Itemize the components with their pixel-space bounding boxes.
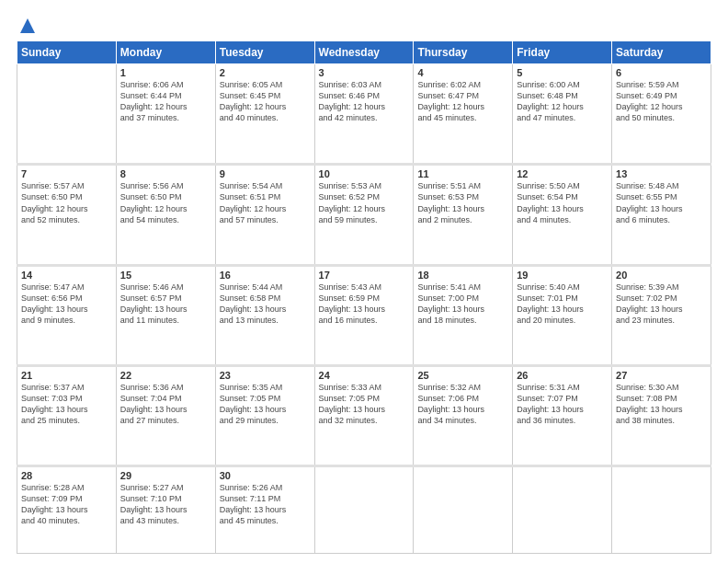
week-row-2: 7Sunrise: 5:57 AM Sunset: 6:50 PM Daylig… <box>17 165 711 265</box>
calendar-cell: 17Sunrise: 5:43 AM Sunset: 6:59 PM Dayli… <box>314 265 414 365</box>
week-row-4: 21Sunrise: 5:37 AM Sunset: 7:03 PM Dayli… <box>17 365 711 465</box>
day-number: 7 <box>21 168 112 179</box>
weekday-monday: Monday <box>116 41 215 64</box>
day-info: Sunrise: 5:27 AM Sunset: 7:10 PM Dayligh… <box>120 482 211 527</box>
day-number: 20 <box>616 270 707 281</box>
day-info: Sunrise: 5:33 AM Sunset: 7:05 PM Dayligh… <box>319 382 410 427</box>
day-number: 18 <box>417 270 508 281</box>
day-info: Sunrise: 5:43 AM Sunset: 6:59 PM Dayligh… <box>319 282 410 327</box>
weekday-friday: Friday <box>513 41 612 64</box>
calendar-cell <box>314 466 414 554</box>
calendar-cell: 23Sunrise: 5:35 AM Sunset: 7:05 PM Dayli… <box>215 365 314 465</box>
day-number: 30 <box>220 470 311 481</box>
weekday-saturday: Saturday <box>612 41 711 64</box>
day-info: Sunrise: 5:51 AM Sunset: 6:53 PM Dayligh… <box>417 180 508 225</box>
day-number: 22 <box>120 370 211 381</box>
calendar-cell: 26Sunrise: 5:31 AM Sunset: 7:07 PM Dayli… <box>513 365 612 465</box>
calendar-cell: 14Sunrise: 5:47 AM Sunset: 6:56 PM Dayli… <box>17 265 117 365</box>
day-info: Sunrise: 5:35 AM Sunset: 7:05 PM Dayligh… <box>220 382 311 427</box>
day-number: 21 <box>21 370 112 381</box>
day-number: 26 <box>517 370 608 381</box>
weekday-wednesday: Wednesday <box>314 41 414 64</box>
day-info: Sunrise: 5:28 AM Sunset: 7:09 PM Dayligh… <box>21 482 112 527</box>
calendar-cell: 1Sunrise: 6:06 AM Sunset: 6:44 PM Daylig… <box>116 64 215 165</box>
day-info: Sunrise: 5:53 AM Sunset: 6:52 PM Dayligh… <box>319 180 410 225</box>
week-row-3: 14Sunrise: 5:47 AM Sunset: 6:56 PM Dayli… <box>17 265 711 365</box>
calendar-cell: 15Sunrise: 5:46 AM Sunset: 6:57 PM Dayli… <box>116 265 215 365</box>
day-info: Sunrise: 5:44 AM Sunset: 6:58 PM Dayligh… <box>220 282 311 327</box>
day-number: 11 <box>417 168 508 179</box>
day-number: 17 <box>319 270 410 281</box>
page: SundayMondayTuesdayWednesdayThursdayFrid… <box>0 0 728 563</box>
day-info: Sunrise: 5:41 AM Sunset: 7:00 PM Dayligh… <box>417 282 508 327</box>
header <box>17 17 711 31</box>
calendar-cell: 8Sunrise: 5:56 AM Sunset: 6:50 PM Daylig… <box>116 165 215 265</box>
weekday-thursday: Thursday <box>414 41 513 64</box>
day-number: 3 <box>319 67 410 78</box>
day-info: Sunrise: 5:50 AM Sunset: 6:54 PM Dayligh… <box>517 180 608 225</box>
day-number: 19 <box>517 270 608 281</box>
calendar-cell: 9Sunrise: 5:54 AM Sunset: 6:51 PM Daylig… <box>215 165 314 265</box>
calendar-cell <box>612 466 711 554</box>
day-info: Sunrise: 6:00 AM Sunset: 6:48 PM Dayligh… <box>517 79 608 124</box>
week-row-1: 1Sunrise: 6:06 AM Sunset: 6:44 PM Daylig… <box>17 64 711 165</box>
calendar-cell: 5Sunrise: 6:00 AM Sunset: 6:48 PM Daylig… <box>513 64 612 165</box>
calendar-cell: 4Sunrise: 6:02 AM Sunset: 6:47 PM Daylig… <box>414 64 513 165</box>
day-number: 24 <box>319 370 410 381</box>
day-info: Sunrise: 5:54 AM Sunset: 6:51 PM Dayligh… <box>220 180 311 225</box>
calendar-cell: 2Sunrise: 6:05 AM Sunset: 6:45 PM Daylig… <box>215 64 314 165</box>
calendar-cell: 16Sunrise: 5:44 AM Sunset: 6:58 PM Dayli… <box>215 265 314 365</box>
calendar-cell: 19Sunrise: 5:40 AM Sunset: 7:01 PM Dayli… <box>513 265 612 365</box>
day-info: Sunrise: 5:59 AM Sunset: 6:49 PM Dayligh… <box>616 79 707 124</box>
day-info: Sunrise: 5:46 AM Sunset: 6:57 PM Dayligh… <box>120 282 211 327</box>
day-info: Sunrise: 6:05 AM Sunset: 6:45 PM Dayligh… <box>220 79 311 124</box>
day-info: Sunrise: 5:56 AM Sunset: 6:50 PM Dayligh… <box>120 180 211 225</box>
day-info: Sunrise: 5:39 AM Sunset: 7:02 PM Dayligh… <box>616 282 707 327</box>
calendar-cell <box>17 64 117 165</box>
calendar-cell: 30Sunrise: 5:26 AM Sunset: 7:11 PM Dayli… <box>215 466 314 554</box>
calendar-cell: 3Sunrise: 6:03 AM Sunset: 6:46 PM Daylig… <box>314 64 414 165</box>
day-info: Sunrise: 5:36 AM Sunset: 7:04 PM Dayligh… <box>120 382 211 427</box>
day-info: Sunrise: 5:40 AM Sunset: 7:01 PM Dayligh… <box>517 282 608 327</box>
calendar-cell: 21Sunrise: 5:37 AM Sunset: 7:03 PM Dayli… <box>17 365 117 465</box>
weekday-tuesday: Tuesday <box>215 41 314 64</box>
calendar-cell: 22Sunrise: 5:36 AM Sunset: 7:04 PM Dayli… <box>116 365 215 465</box>
day-number: 16 <box>220 270 311 281</box>
day-info: Sunrise: 5:26 AM Sunset: 7:11 PM Dayligh… <box>220 482 311 527</box>
calendar-cell: 28Sunrise: 5:28 AM Sunset: 7:09 PM Dayli… <box>17 466 117 554</box>
day-number: 28 <box>21 470 112 481</box>
day-number: 1 <box>120 67 211 78</box>
calendar-cell: 20Sunrise: 5:39 AM Sunset: 7:02 PM Dayli… <box>612 265 711 365</box>
logo <box>17 17 37 31</box>
day-info: Sunrise: 5:30 AM Sunset: 7:08 PM Dayligh… <box>616 382 707 427</box>
calendar-cell: 11Sunrise: 5:51 AM Sunset: 6:53 PM Dayli… <box>414 165 513 265</box>
calendar-cell <box>414 466 513 554</box>
day-number: 6 <box>616 67 707 78</box>
day-number: 14 <box>21 270 112 281</box>
day-number: 4 <box>417 67 508 78</box>
svg-marker-0 <box>20 18 35 33</box>
calendar-table: SundayMondayTuesdayWednesdayThursdayFrid… <box>17 40 711 554</box>
day-info: Sunrise: 5:37 AM Sunset: 7:03 PM Dayligh… <box>21 382 112 427</box>
day-number: 29 <box>120 470 211 481</box>
day-number: 13 <box>616 168 707 179</box>
calendar-cell: 25Sunrise: 5:32 AM Sunset: 7:06 PM Dayli… <box>414 365 513 465</box>
week-row-5: 28Sunrise: 5:28 AM Sunset: 7:09 PM Dayli… <box>17 466 711 554</box>
day-info: Sunrise: 6:02 AM Sunset: 6:47 PM Dayligh… <box>417 79 508 124</box>
calendar-cell <box>513 466 612 554</box>
day-number: 25 <box>417 370 508 381</box>
day-number: 23 <box>220 370 311 381</box>
day-number: 12 <box>517 168 608 179</box>
weekday-sunday: Sunday <box>17 41 117 64</box>
calendar-cell: 24Sunrise: 5:33 AM Sunset: 7:05 PM Dayli… <box>314 365 414 465</box>
calendar-cell: 10Sunrise: 5:53 AM Sunset: 6:52 PM Dayli… <box>314 165 414 265</box>
day-number: 2 <box>220 67 311 78</box>
day-info: Sunrise: 5:57 AM Sunset: 6:50 PM Dayligh… <box>21 180 112 225</box>
calendar-cell: 18Sunrise: 5:41 AM Sunset: 7:00 PM Dayli… <box>414 265 513 365</box>
calendar-cell: 12Sunrise: 5:50 AM Sunset: 6:54 PM Dayli… <box>513 165 612 265</box>
day-info: Sunrise: 5:48 AM Sunset: 6:55 PM Dayligh… <box>616 180 707 225</box>
calendar-cell: 27Sunrise: 5:30 AM Sunset: 7:08 PM Dayli… <box>612 365 711 465</box>
day-number: 5 <box>517 67 608 78</box>
calendar-cell: 7Sunrise: 5:57 AM Sunset: 6:50 PM Daylig… <box>17 165 117 265</box>
calendar-cell: 29Sunrise: 5:27 AM Sunset: 7:10 PM Dayli… <box>116 466 215 554</box>
